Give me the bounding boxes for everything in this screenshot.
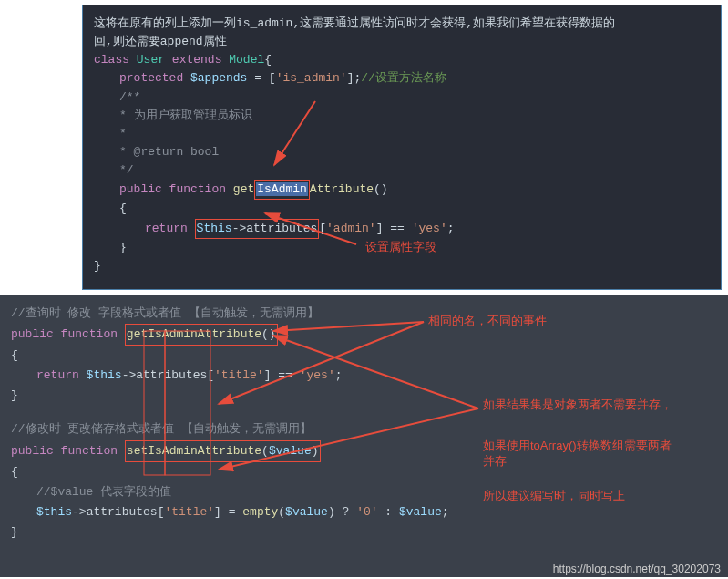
annotation-set-field: 设置属性字段	[365, 238, 436, 256]
ann-suggest: 所以建议编写时，同时写上	[483, 486, 625, 506]
brace: {	[11, 346, 717, 366]
code-block-1: 这将在原有的列上添加一列is_admin,这需要通过属性访问时才会获得,如果我们…	[82, 5, 722, 290]
appends-line: protected $appends = ['is_admin'];//设置方法…	[94, 69, 710, 88]
comment-line-1: 这将在原有的列上添加一列is_admin,这需要通过属性访问时才会获得,如果我们…	[94, 15, 710, 33]
doc-desc: * 为用户获取管理员标识	[94, 107, 710, 125]
getter-fn: public function getIsAdminAttribute()	[94, 180, 710, 200]
doc-blank: *	[94, 125, 710, 143]
query-comment: //查询时 修改 字段格式或者值 【自动触发，无需调用】	[11, 304, 717, 324]
outer-brace: }	[94, 257, 710, 275]
ann-object: 如果结果集是对象两者不需要并存，	[483, 395, 672, 415]
highlight-getter-name: getIsAdminAttribute()	[125, 324, 278, 346]
doc-open: /**	[94, 88, 710, 107]
code-block-2: //查询时 修改 字段格式或者值 【自动触发，无需调用】 public func…	[0, 295, 728, 577]
return-line: return $this->attributes['admin'] == 'ye…	[94, 219, 710, 239]
ann-same-name: 相同的名，不同的事件	[428, 311, 547, 331]
return-line-2: return $this->attributes['title'] == 'ye…	[11, 366, 717, 386]
highlight-setter-name: setIsAdminAttribute($value)	[125, 440, 321, 462]
brace-open: {	[94, 200, 710, 218]
getter-fn-2: public function getIsAdminAttribute()	[11, 324, 717, 346]
ann-toarray: 如果使用toArray()转换数组需要两者	[483, 436, 672, 456]
comment-line-2: 回,则还需要append属性	[94, 33, 710, 51]
brace2: {	[11, 462, 717, 482]
highlight-box-isadmin: IsAdmin	[254, 180, 310, 200]
class-decl: class User extends Model{	[94, 51, 710, 69]
watermark: https://blog.csdn.net/qq_30202073	[553, 563, 721, 575]
ann-toarray-2: 并存	[483, 451, 507, 471]
highlight-box-this-attr: $this->attributes	[195, 219, 320, 239]
doc-close: */	[94, 161, 710, 180]
brace2c: }	[11, 522, 717, 543]
doc-return: * @return bool	[94, 143, 710, 161]
